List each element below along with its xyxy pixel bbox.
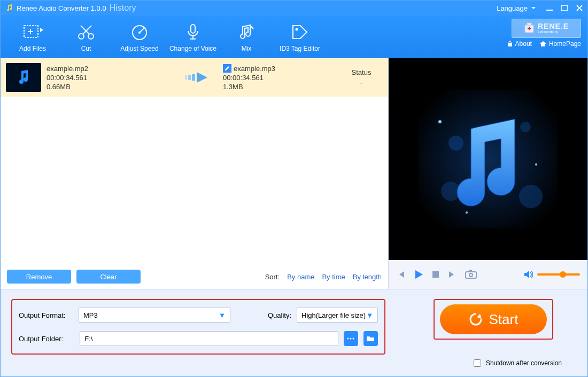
player-controls [389,260,587,289]
svg-rect-10 [527,23,531,25]
file-list: example.mp2 00:00:34.561 0.66MB example.… [1,58,389,289]
preview-canvas [389,58,587,260]
brand-logo: RENE.E Laboratory [512,19,581,38]
shutdown-checkbox[interactable]: Shutdown after conversion [471,358,562,368]
svg-rect-26 [469,270,472,272]
prev-button[interactable] [396,270,406,279]
chevron-down-icon: ▼ [219,311,226,319]
sort-label: Sort: [265,273,280,281]
svg-point-19 [519,185,543,208]
about-link[interactable]: About [507,40,532,48]
svg-rect-24 [466,272,476,278]
preview-panel [389,58,587,289]
bottom-panel: Output Format: MP3 ▼ Quality: High(Large… [1,289,587,377]
output-file-info: example.mp3 00:00:34.561 1.3MB [223,64,308,91]
svg-point-20 [438,120,442,123]
briefcase-icon [524,22,535,35]
stop-button[interactable] [431,270,440,279]
output-duration: 00:00:34.561 [223,74,308,82]
volume-control[interactable] [523,270,580,279]
snapshot-button[interactable] [465,270,477,279]
start-button[interactable]: Start [440,304,547,334]
svg-point-6 [138,32,141,34]
homepage-link[interactable]: HomePage [539,40,581,48]
status-value: - [340,78,383,87]
input-size: 0.66MB [47,83,175,91]
sort-by-name[interactable]: By name [287,273,314,281]
output-folder-label: Output Folder: [19,335,74,343]
cut-button[interactable]: Cut [59,21,113,52]
svg-point-28 [350,338,352,340]
next-button[interactable] [447,270,457,279]
shutdown-checkbox-input[interactable] [474,359,481,367]
adjust-speed-button[interactable]: Adjust Speed [113,21,166,52]
mix-button[interactable]: Mix [220,21,273,52]
volume-slider[interactable] [537,273,580,276]
svg-rect-14 [192,74,195,81]
output-settings: Output Format: MP3 ▼ Quality: High(Large… [11,299,385,355]
speed-icon [130,21,149,43]
quality-label: Quality: [268,311,291,319]
output-format-dropdown[interactable]: MP3 ▼ [79,308,230,323]
svg-point-16 [448,136,463,151]
language-label: Language [497,4,528,12]
maximize-button[interactable] [561,4,568,12]
titlebar: Renee Audio Converter 1.0.0 History Lang… [1,1,587,15]
svg-rect-1 [561,5,568,11]
sort-box: Sort: By name By time By length [265,273,382,281]
list-controls: Remove Clear Sort: By name By time By le… [7,270,382,284]
svg-point-8 [296,28,298,31]
edit-output-icon[interactable] [223,64,231,73]
language-dropdown[interactable]: Language [497,4,536,12]
svg-rect-23 [432,271,439,278]
mix-icon [237,21,256,43]
clear-button[interactable]: Clear [76,270,141,284]
svg-rect-12 [185,75,187,80]
history-link[interactable]: History [110,3,136,13]
toolbar-right: RENE.E Laboratory About HomePage [507,19,581,48]
output-filename: example.mp3 [234,65,275,73]
output-format-label: Output Format: [19,311,73,319]
close-button[interactable] [576,4,583,12]
home-icon [539,41,547,47]
svg-point-21 [535,163,537,166]
app-window: Renee Audio Converter 1.0.0 History Lang… [0,0,588,377]
id3-editor-button[interactable]: ID3 Tag Editor [273,21,327,52]
input-file-info: example.mp2 00:00:34.561 0.66MB [47,65,175,91]
add-files-button[interactable]: Add Files [6,21,59,52]
open-folder-button[interactable] [363,331,378,346]
microphone-icon [184,21,202,43]
svg-rect-7 [191,25,195,33]
minimize-button[interactable] [546,4,553,12]
play-button[interactable] [413,269,424,280]
input-filename: example.mp2 [47,65,175,73]
sort-by-length[interactable]: By length [353,273,382,281]
quality-dropdown[interactable]: High(Larger file size) ▼ [297,308,378,323]
chevron-down-icon: ▼ [366,311,373,319]
svg-rect-15 [419,90,558,229]
change-voice-button[interactable]: Change of Voice [166,21,220,52]
remove-button[interactable]: Remove [7,270,71,284]
toolbar: Add Files Cut Adjust Speed Change of Voi… [1,15,587,58]
add-files-icon [22,21,43,43]
output-folder-input[interactable]: F:\ [80,331,338,346]
svg-point-27 [347,338,349,340]
file-row[interactable]: example.mp2 00:00:34.561 0.66MB example.… [1,58,388,97]
app-title: Renee Audio Converter 1.0.0 [17,4,106,12]
sort-by-time[interactable]: By time [322,273,345,281]
status-header: Status [340,68,383,76]
svg-point-22 [466,211,468,214]
app-icon [5,4,13,12]
start-highlight: Start [434,299,553,340]
scissors-icon [76,21,96,43]
browse-button[interactable] [344,331,358,346]
svg-point-17 [520,122,531,132]
input-duration: 00:00:34.561 [47,74,175,82]
file-thumbnail [6,63,41,92]
svg-rect-0 [546,10,553,11]
svg-point-29 [353,338,354,340]
refresh-icon [469,312,483,326]
svg-rect-13 [188,75,191,80]
lock-icon [507,41,513,47]
svg-rect-11 [508,43,512,46]
